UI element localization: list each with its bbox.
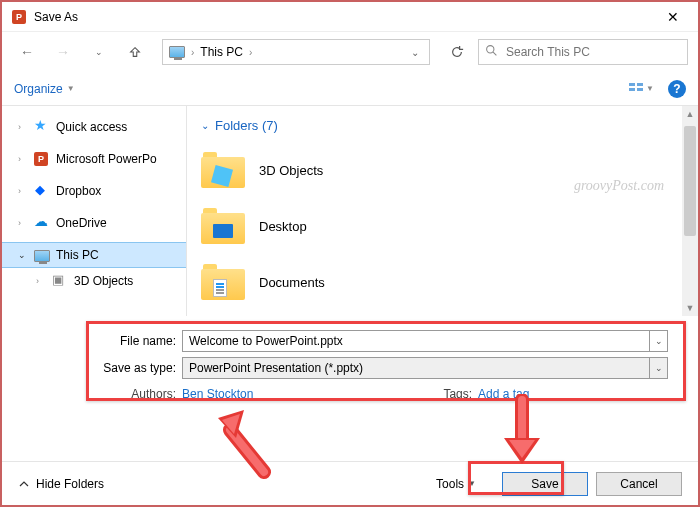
folder-label: Documents [259,275,325,290]
folder-icon [201,264,245,300]
forward-button[interactable]: → [48,39,78,65]
filename-input[interactable] [182,330,650,352]
tags-add-link[interactable]: Add a tag [478,387,529,401]
powerpoint-icon [34,151,50,167]
folders-group-header[interactable]: ⌄ Folders (7) [201,114,684,136]
expand-icon[interactable]: ⌄ [18,250,28,260]
scroll-down-arrow[interactable]: ▼ [682,300,698,316]
titlebar: P Save As ✕ [2,2,698,32]
organize-menu[interactable]: Organize ▼ [14,82,75,96]
tools-label: Tools [436,477,464,491]
sidebar-item-dropbox[interactable]: › Dropbox [2,178,186,204]
expand-icon[interactable]: › [18,122,28,132]
folder-icon [201,208,245,244]
svg-rect-5 [637,88,643,91]
scrollbar-thumb[interactable] [684,126,696,236]
close-button[interactable]: ✕ [658,9,688,25]
sidebar-item-label: Quick access [56,120,127,134]
search-box[interactable] [478,39,688,65]
sidebar-item-3d-objects[interactable]: › 3D Objects [2,268,186,294]
authors-value[interactable]: Ben Stockton [182,387,253,401]
sidebar-item-onedrive[interactable]: › OneDrive [2,210,186,236]
savetype-value: PowerPoint Presentation (*.pptx) [189,361,363,375]
navigation-pane: › Quick access › Microsoft PowerPo › Dro… [2,106,187,316]
expand-icon[interactable]: › [18,218,28,228]
chevron-down-icon: ▼ [468,479,476,488]
nav-toolbar: ← → ⌄ › This PC › ⌄ [2,32,698,72]
authors-label: Authors: [100,387,182,401]
sidebar-item-label: Microsoft PowerPo [56,152,157,166]
folder-item-desktop[interactable]: Desktop [201,198,684,254]
breadcrumb-this-pc[interactable]: This PC [200,45,243,59]
sidebar-item-label: This PC [56,248,99,262]
expand-icon[interactable]: › [36,276,46,286]
dropbox-icon [34,183,50,199]
chevron-right-icon[interactable]: › [249,47,252,58]
expand-icon[interactable]: › [18,154,28,164]
address-dropdown[interactable]: ⌄ [407,47,423,58]
chevron-down-icon: ▼ [646,84,654,93]
savetype-dropdown[interactable]: ⌄ [650,357,668,379]
savetype-combobox[interactable]: PowerPoint Presentation (*.pptx) [182,357,650,379]
save-as-dialog: P Save As ✕ ← → ⌄ › This PC › ⌄ Or [0,0,700,507]
sidebar-item-label: OneDrive [56,216,107,230]
organize-toolbar: Organize ▼ ▼ ? [2,72,698,106]
scroll-up-arrow[interactable]: ▲ [682,106,698,122]
folder-item-documents[interactable]: Documents [201,254,684,310]
cancel-button[interactable]: Cancel [596,472,682,496]
sidebar-item-this-pc[interactable]: ⌄ This PC [2,242,186,268]
chevron-down-icon: ⌄ [201,120,209,131]
help-button[interactable]: ? [668,80,686,98]
savetype-label: Save as type: [100,361,182,375]
svg-point-0 [487,46,494,53]
up-button[interactable] [120,39,150,65]
window-title: Save As [34,10,658,24]
folder-label: Desktop [259,219,307,234]
folder-icon [201,152,245,188]
pc-icon [34,250,50,262]
view-options-button[interactable]: ▼ [628,82,654,96]
sidebar-item-powerpoint[interactable]: › Microsoft PowerPo [2,146,186,172]
vertical-scrollbar[interactable]: ▲ ▼ [682,106,698,316]
svg-rect-3 [629,88,635,91]
address-bar[interactable]: › This PC › ⌄ [162,39,430,65]
onedrive-icon [34,215,50,231]
3d-objects-icon [52,273,68,289]
explorer-body: › Quick access › Microsoft PowerPo › Dro… [2,106,698,316]
svg-rect-2 [629,83,635,86]
search-icon [485,44,498,60]
chevron-down-icon: ▼ [67,84,75,93]
bottom-bar: Hide Folders Tools ▼ Save Cancel [2,461,698,505]
refresh-button[interactable] [442,39,472,65]
organize-label: Organize [14,82,63,96]
file-form: File name: ⌄ Save as type: PowerPoint Pr… [86,318,682,411]
powerpoint-icon: P [12,10,26,24]
filename-label: File name: [100,334,182,348]
sidebar-item-label: Dropbox [56,184,101,198]
svg-line-1 [493,52,496,55]
filename-dropdown[interactable]: ⌄ [650,330,668,352]
back-button[interactable]: ← [12,39,42,65]
tags-label: Tags: [443,387,472,401]
search-input[interactable] [504,44,681,60]
hide-folders-button[interactable]: Hide Folders [18,477,104,491]
tools-menu[interactable]: Tools ▼ [436,477,476,491]
expand-icon[interactable]: › [18,186,28,196]
sidebar-item-label: 3D Objects [74,274,133,288]
sidebar-item-quick-access[interactable]: › Quick access [2,114,186,140]
chevron-up-icon [18,478,30,490]
folder-item-3d-objects[interactable]: 3D Objects [201,142,684,198]
save-button[interactable]: Save [502,472,588,496]
history-dropdown[interactable]: ⌄ [84,39,114,65]
folders-group-label: Folders (7) [215,118,278,133]
star-icon [34,119,50,135]
hide-folders-label: Hide Folders [36,477,104,491]
chevron-right-icon[interactable]: › [191,47,194,58]
folder-label: 3D Objects [259,163,323,178]
pc-icon [169,46,185,58]
folder-view: ⌄ Folders (7) 3D Objects Desktop Documen… [187,106,698,316]
svg-rect-4 [637,83,643,86]
